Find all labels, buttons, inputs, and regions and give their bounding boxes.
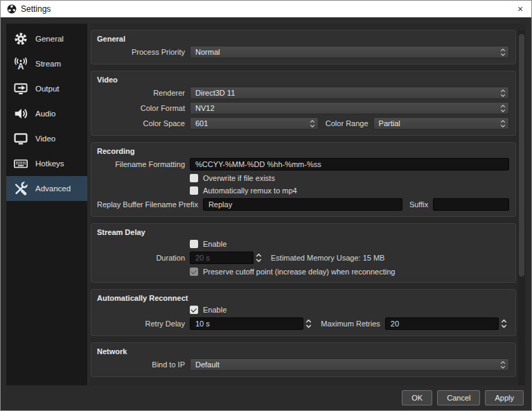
retry-delay-spinbox[interactable] — [190, 317, 314, 330]
section-video: Video Renderer Direct3D 11 Color Format … — [91, 71, 516, 136]
sidebar-item-video[interactable]: Video — [6, 126, 87, 151]
section-title: Recording — [97, 147, 509, 155]
preserve-cutoff-checkbox[interactable] — [190, 268, 198, 276]
section-general: General Process Priority Normal — [91, 30, 516, 64]
renderer-select[interactable]: Direct3D 11 — [190, 87, 509, 99]
sidebar: General A Stream — [6, 24, 87, 386]
spinner-arrows-icon — [497, 360, 508, 369]
field-label: Duration — [97, 254, 185, 262]
field-label: Renderer — [97, 89, 185, 97]
sidebar-item-label: Output — [35, 85, 60, 93]
settings-scroll-area: General Process Priority Normal Video Re… — [91, 24, 526, 386]
max-retries-input[interactable] — [385, 317, 499, 330]
sidebar-item-label: General — [35, 35, 64, 43]
field-label: Process Priority — [97, 48, 185, 56]
spinner-arrows-icon — [497, 104, 508, 113]
field-label: Replay Buffer Filename Prefix — [97, 200, 198, 209]
overwrite-checkbox[interactable] — [190, 174, 198, 182]
sidebar-item-output[interactable]: Output — [6, 76, 87, 101]
retry-delay-input[interactable] — [190, 317, 303, 330]
field-label: Color Space — [97, 119, 185, 128]
field-label: Filename Formatting — [97, 160, 185, 168]
sidebar-item-advanced[interactable]: Advanced — [6, 176, 87, 201]
replay-prefix-input[interactable] — [203, 198, 402, 211]
sidebar-item-label: Audio — [35, 110, 55, 118]
sidebar-item-label: Advanced — [35, 184, 71, 193]
spin-buttons[interactable] — [499, 318, 509, 329]
spinner-arrows-icon — [497, 119, 508, 128]
settings-window: Settings × General — [0, 0, 532, 411]
section-title: Video — [97, 76, 509, 84]
color-format-select[interactable]: NV12 — [190, 102, 509, 114]
spinner-arrows-icon — [307, 119, 318, 128]
svg-text:A: A — [18, 62, 24, 71]
spinner-arrows-icon — [497, 48, 508, 57]
scrollbar[interactable] — [518, 30, 525, 386]
cancel-button[interactable]: Cancel — [437, 390, 480, 405]
tools-icon — [12, 180, 29, 197]
field-label: Color Format — [97, 104, 185, 112]
field-label: Suffix — [409, 200, 428, 209]
spin-buttons[interactable] — [254, 252, 264, 263]
spinner-arrows-icon — [497, 89, 508, 98]
section-title: Stream Delay — [97, 228, 509, 236]
bind-to-ip-select[interactable]: Default — [190, 358, 509, 371]
section-title: Automatically Reconnect — [97, 294, 509, 302]
sidebar-item-stream[interactable]: A Stream — [6, 51, 87, 76]
spin-buttons[interactable] — [303, 318, 314, 329]
gear-icon — [12, 30, 29, 47]
stream-delay-enable-checkbox[interactable] — [190, 240, 198, 248]
close-button[interactable]: × — [509, 1, 531, 17]
replay-suffix-input[interactable] — [433, 198, 509, 211]
keyboard-icon — [12, 155, 29, 172]
process-priority-select[interactable]: Normal — [190, 46, 509, 58]
filename-formatting-input[interactable] — [190, 158, 509, 170]
color-range-select[interactable]: Partial — [373, 117, 509, 130]
section-title: General — [97, 35, 509, 43]
auto-reconnect-enable-checkbox[interactable] — [190, 306, 198, 314]
section-auto-reconnect: Automatically Reconnect Enable Retry Del… — [91, 289, 516, 336]
field-label: Bind to IP — [97, 360, 185, 369]
output-icon — [12, 80, 29, 97]
window-title: Settings — [21, 4, 51, 14]
duration-spinbox[interactable] — [190, 252, 254, 264]
sidebar-item-label: Hotkeys — [35, 159, 64, 168]
sidebar-item-label: Stream — [35, 60, 61, 68]
scrollbar-thumb[interactable] — [519, 34, 524, 277]
field-label: Retry Delay — [97, 320, 185, 328]
footer-button-bar: OK Cancel Apply — [1, 385, 531, 410]
sidebar-item-label: Video — [35, 134, 55, 143]
sidebar-item-general[interactable]: General — [6, 26, 87, 51]
field-label: Maximum Retries — [321, 320, 380, 328]
settings-content: General A Stream — [1, 17, 531, 410]
section-recording: Recording Filename Formatting Overwrite … — [91, 142, 516, 217]
color-space-select[interactable]: 601 — [190, 117, 319, 130]
remux-checkbox[interactable] — [190, 186, 198, 195]
max-retries-spinbox[interactable] — [385, 317, 509, 330]
obs-logo-icon — [7, 4, 17, 14]
sidebar-item-hotkeys[interactable]: Hotkeys — [6, 151, 87, 176]
titlebar: Settings × — [1, 1, 531, 17]
monitor-icon — [12, 130, 29, 147]
section-title: Network — [97, 347, 509, 356]
apply-button[interactable]: Apply — [485, 390, 524, 405]
sidebar-item-audio[interactable]: Audio — [6, 101, 87, 126]
speaker-icon — [12, 105, 29, 122]
memory-usage-text: Estimated Memory Usage: 15 MB — [271, 254, 384, 262]
section-network: Network Bind to IP Default — [91, 342, 516, 377]
broadcast-icon: A — [12, 55, 29, 72]
section-stream-delay: Stream Delay Enable Duration Estimated M… — [91, 223, 516, 283]
field-label: Color Range — [326, 119, 369, 128]
ok-button[interactable]: OK — [402, 390, 432, 405]
